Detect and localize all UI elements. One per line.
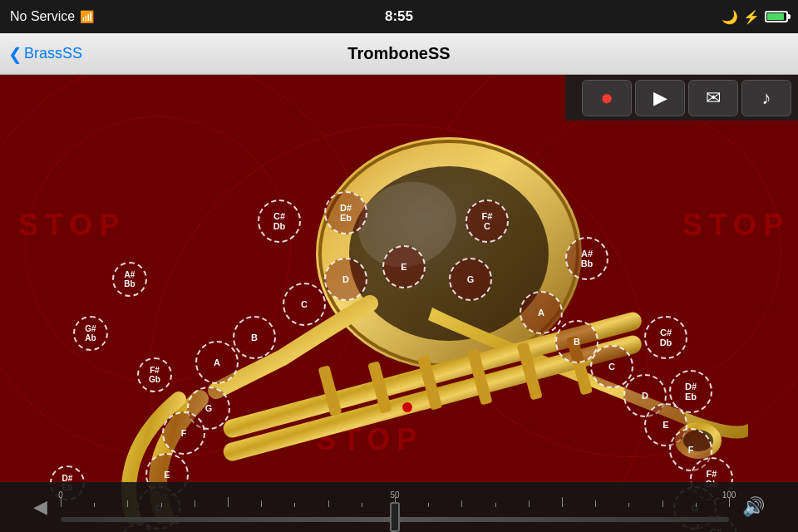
status-time: 8:55	[385, 8, 413, 25]
music-icon: ♪	[762, 87, 771, 109]
battery-fill	[767, 13, 784, 20]
note-circle-1[interactable]: C#Db	[258, 200, 301, 243]
note-circle-12[interactable]: B	[233, 316, 276, 359]
svg-rect-9	[467, 348, 493, 405]
status-left: No Service 📶	[10, 9, 94, 24]
note-circle-4[interactable]: E	[382, 245, 426, 288]
music-button[interactable]: ♪	[741, 80, 791, 116]
note-circle-11[interactable]: G#Ab	[73, 316, 108, 351]
svg-rect-8	[417, 355, 442, 410]
note-circle-10[interactable]: C#Db	[644, 316, 687, 359]
volume-icon[interactable]: 🔊	[742, 496, 765, 518]
back-label: BrassSS	[24, 45, 82, 62]
chevron-left-icon: ❮	[8, 44, 22, 64]
svg-point-0	[316, 137, 582, 370]
bluetooth-icon: ⚡	[743, 9, 760, 25]
stop-label-top-right: STOP	[682, 208, 790, 243]
note-circle-16[interactable]: F#Gb	[137, 357, 172, 392]
play-button[interactable]: ▶	[635, 80, 685, 116]
note-circle-3[interactable]: A#Bb	[565, 237, 608, 280]
note-circle-2[interactable]: F#C	[466, 200, 509, 243]
note-circle-7[interactable]: A#Bb	[112, 262, 147, 297]
note-circle-0[interactable]: D#Eb	[324, 191, 367, 234]
arrow-left-icon[interactable]: ◀	[33, 496, 47, 518]
bg-circle-2	[0, 75, 366, 457]
note-circle-6[interactable]: G	[449, 258, 492, 301]
page-title: TromboneSS	[347, 44, 450, 63]
nav-bar: ❮ BrassSS TromboneSS	[0, 33, 798, 75]
battery-indicator	[765, 11, 788, 22]
note-circle-5[interactable]: D	[324, 258, 367, 301]
svg-point-3	[349, 166, 549, 341]
email-button[interactable]: ✉	[688, 80, 738, 116]
stop-label-top-left: STOP	[18, 208, 126, 243]
moon-icon: 🌙	[722, 9, 738, 25]
no-service-label: No Service	[10, 9, 75, 24]
note-circle-14[interactable]: A	[195, 341, 239, 384]
svg-rect-7	[367, 361, 392, 414]
status-right: 🌙 ⚡	[722, 9, 788, 25]
slider-bar: ◀ 050100 🔊	[0, 482, 798, 532]
toolbar: ● ▶ ✉ ♪	[565, 75, 798, 121]
back-button[interactable]: ❮ BrassSS	[8, 44, 82, 64]
bg-circle-3	[499, 108, 781, 391]
note-circle-21[interactable]: F	[162, 411, 205, 455]
note-circle-9[interactable]: A	[520, 291, 563, 334]
note-circle-8[interactable]: C	[283, 283, 326, 326]
svg-point-1	[316, 137, 582, 370]
slider-track: 050100	[61, 490, 729, 524]
status-bar: No Service 📶 8:55 🌙 ⚡	[0, 0, 798, 33]
record-icon: ●	[600, 85, 613, 111]
email-icon: ✉	[706, 87, 721, 109]
stop-label-bottom: STOP	[316, 422, 423, 457]
svg-rect-10	[516, 342, 542, 400]
play-icon: ▶	[653, 87, 667, 109]
slider-thumb	[390, 502, 400, 532]
svg-point-14	[402, 402, 412, 412]
svg-rect-6	[318, 365, 342, 416]
main-area: ● ▶ ✉ ♪ STOP STOP STOP	[0, 75, 798, 532]
wifi-icon: 📶	[80, 10, 94, 23]
note-circle-15[interactable]: C	[590, 345, 633, 388]
record-button[interactable]: ●	[582, 80, 632, 116]
